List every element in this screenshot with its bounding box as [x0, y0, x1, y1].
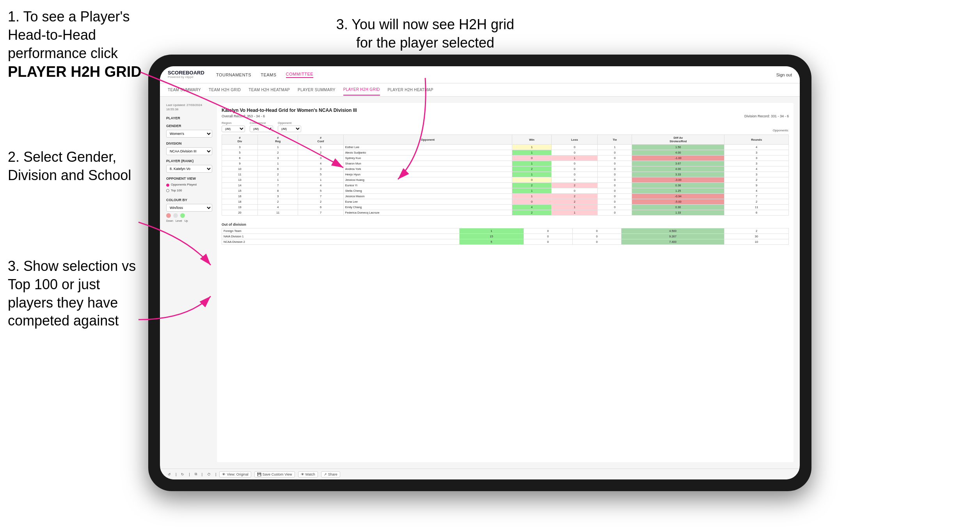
colour-label: Colour by [166, 198, 212, 202]
ood-table-row: NAIA Division 1 15 0 0 9.267 30 [222, 234, 789, 239]
instruction-3-left: 3. Show selection vs Top 100 or just pla… [8, 257, 148, 330]
region-select[interactable]: (All) [222, 126, 245, 132]
table-row: 10 6 3 Andrea York 2 0 0 4.00 4 [222, 166, 789, 172]
share-btn[interactable]: ↗ Share [321, 471, 340, 477]
subnav-team-h2h-grid[interactable]: TEAM H2H GRID [209, 85, 241, 95]
toolbar-separator-2: | [189, 472, 190, 476]
table-row: 13 1 1 Jessica Huang 0 0 0 -3.00 2 [222, 177, 789, 183]
player-rank-select[interactable]: 8. Katelyn Vo [166, 165, 212, 173]
colour-select[interactable]: Win/loss [166, 204, 212, 212]
last-updated: Last Updated: 27/03/2024 16:55:38 [166, 103, 212, 111]
sub-nav: TEAM SUMMARY TEAM H2H GRID TEAM H2H HEAT… [160, 83, 800, 97]
toolbar-clock[interactable]: ⏱ [206, 472, 212, 477]
division-section: Division NCAA Division III [166, 141, 212, 155]
opponent-view-label: Opponent view [166, 177, 212, 180]
toolbar-undo[interactable]: ↺ [166, 472, 172, 477]
table-row: 11 2 5 Heejo Hyun 1 0 0 3.33 3 [222, 172, 789, 177]
opponents-label: Opponents: [773, 129, 789, 132]
subnav-team-h2h-heatmap[interactable]: TEAM H2H HEATMAP [249, 85, 290, 95]
save-custom-btn[interactable]: 💾 Save Custom View [254, 471, 295, 477]
nav-tournaments[interactable]: TOURNAMENTS [216, 73, 251, 77]
overall-record: Overall Record: 353 - 34 - 6 [222, 114, 265, 118]
table-row: 6 3 3 Sydney Kuo 0 1 0 -1.00 3 [222, 156, 789, 161]
tablet-screen: SCOREBOARD Powered by clippd TOURNAMENTS… [160, 66, 800, 479]
ood-table-row: Foreign Team 1 0 0 4.500 2 [222, 228, 789, 234]
sidebar: Last Updated: 27/03/2024 16:55:38 Player… [166, 103, 217, 462]
toolbar-separator-4: | [215, 472, 216, 476]
view-original-btn[interactable]: 👁 View: Original [219, 471, 251, 477]
col-rounds: Rounds [724, 135, 789, 145]
subnav-team-summary[interactable]: TEAM SUMMARY [168, 85, 201, 95]
player-label: Player [166, 116, 212, 120]
region-label: Region [222, 121, 245, 125]
ood-table-row: NCAA Division 2 5 0 0 7.400 10 [222, 239, 789, 245]
toolbar-redo[interactable]: ↻ [179, 472, 186, 477]
colour-section: Colour by Win/loss Down Level Up [166, 198, 212, 222]
col-div: #Div [222, 135, 258, 145]
subnav-player-h2h-heatmap[interactable]: PLAYER H2H HEATMAP [388, 85, 433, 95]
nav-items: TOURNAMENTS TEAMS COMMITTEE [216, 72, 313, 78]
table-row: 20 11 7 Federica Domecq Lacroze 2 1 0 1.… [222, 210, 789, 216]
division-select[interactable]: NCAA Division III [166, 147, 212, 155]
table-row: 19 4 6 Emily Chang 4 1 0 0.30 11 [222, 205, 789, 210]
gender-select[interactable]: Women's [166, 130, 212, 138]
conference-select[interactable]: (All) [250, 126, 273, 132]
filter-region: Region (All) [222, 121, 245, 132]
gender-label: Gender [166, 124, 212, 128]
colour-dots [166, 213, 212, 218]
col-reg: #Reg [258, 135, 298, 145]
col-win: Win [512, 135, 552, 145]
subnav-player-h2h-grid[interactable]: PLAYER H2H GRID [343, 84, 380, 95]
table-row: 15 8 5 Stella Cheng 1 0 0 1.25 4 [222, 188, 789, 194]
watch-btn[interactable]: 👁 Watch [298, 471, 318, 477]
radio-top-100[interactable]: Top 100 [166, 188, 212, 193]
player-rank-section: Player (Rank) 8. Katelyn Vo [166, 159, 212, 173]
top-nav: SCOREBOARD Powered by clippd TOURNAMENTS… [160, 66, 800, 83]
table-row: 5 2 2 Alexis Sudjianto 1 0 0 4.00 3 [222, 150, 789, 156]
opponent-view-section: Opponent view Opponents Played Top 100 [166, 177, 212, 193]
table-title: Katelyn Vo Head-to-Head Grid for Women's… [222, 108, 789, 113]
radio-opponents-played[interactable]: Opponents Played [166, 182, 212, 187]
filter-opponent: Opponent (All) [278, 121, 301, 132]
col-loss: Loss [552, 135, 598, 145]
opponent-filter-select[interactable]: (All) [278, 126, 301, 132]
col-opponent: Opponent [343, 135, 512, 145]
nav-committee[interactable]: COMMITTEE [286, 72, 314, 78]
gender-section: Gender Women's [166, 124, 212, 138]
conference-label: Conference [250, 121, 273, 125]
filter-conference: Conference (All) [250, 121, 273, 132]
table-row: 9 1 4 Sharon Mun 1 0 0 3.67 3 [222, 161, 789, 166]
out-of-division-label: Out of division [222, 223, 789, 226]
main-content: Last Updated: 27/03/2024 16:55:38 Player… [160, 97, 800, 469]
table-row: 3 1 1 Esther Lee 1 0 1 1.50 4 [222, 145, 789, 150]
toolbar: ↺ | ↻ | ⧉ | ⏱ | 👁 View: Original 💾 Save … [160, 469, 800, 479]
nav-right: Sign out [776, 73, 792, 77]
col-conf: #Conf [298, 135, 343, 145]
player-rank-label: Player (Rank) [166, 159, 212, 163]
opponent-label-filter: Opponent [278, 121, 301, 125]
player-section: Player [166, 116, 212, 120]
instruction-3-right: 3. You will now see H2H grid for the pla… [332, 16, 519, 52]
record-row: Overall Record: 353 - 34 - 6 Division Re… [222, 114, 789, 118]
nav-teams[interactable]: TEAMS [261, 73, 276, 77]
toolbar-separator-1: | [176, 472, 176, 476]
colour-legend: Down Level Up [166, 219, 212, 222]
toolbar-separator-3: | [202, 472, 202, 476]
out-of-division-table: Foreign Team 1 0 0 4.500 2 NAIA Division… [222, 228, 789, 245]
division-label: Division [166, 141, 212, 145]
main-table: #Div #Reg #Conf Opponent Win Loss Tie Di… [222, 134, 789, 216]
subnav-player-summary[interactable]: PLAYER SUMMARY [298, 85, 336, 95]
table-row: 16 3 7 Jessica Mason 1 2 0 -0.94 7 [222, 194, 789, 199]
instruction-1: 1. To see a Player's Head-to-Head perfor… [8, 8, 156, 82]
col-diff: Diff AvStrokes/Rnd [632, 135, 724, 145]
table-row: 18 2 2 Euna Lee 0 2 0 -5.00 2 [222, 199, 789, 205]
table-row: 14 7 4 Eunice Yi 2 2 0 0.38 9 [222, 183, 789, 188]
tablet-frame: SCOREBOARD Powered by clippd TOURNAMENTS… [148, 55, 811, 491]
filter-row: Region (All) Conference (All) [222, 121, 789, 132]
table-area: Katelyn Vo Head-to-Head Grid for Women's… [217, 103, 794, 462]
logo: SCOREBOARD Powered by clippd [168, 70, 204, 79]
toolbar-copy[interactable]: ⧉ [193, 471, 199, 477]
app-content: SCOREBOARD Powered by clippd TOURNAMENTS… [160, 66, 800, 479]
division-record: Division Record: 331 - 34 - 6 [744, 114, 789, 118]
instruction-2: 2. Select Gender, Division and School [8, 148, 148, 185]
